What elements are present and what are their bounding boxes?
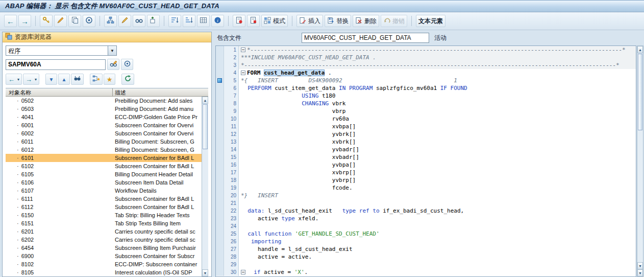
object-description-cell[interactable]: Billing Document Header Detail — [113, 170, 208, 178]
fold-collapse-icon[interactable] — [241, 48, 245, 52]
favorites-tree-button[interactable] — [90, 74, 103, 85]
table-row[interactable]: ·6101Subscreen Container for BAdI L — [6, 154, 208, 162]
object-description-cell[interactable]: Subscreen Billing Item Purchasir — [113, 244, 208, 252]
code-text[interactable]: active = active. — [239, 253, 636, 261]
code-text[interactable]: yvbrp[] — [239, 176, 636, 184]
forward-button[interactable]: → — [18, 15, 31, 27]
code-line[interactable]: 12 yvbrk[] — [216, 130, 636, 138]
code-line[interactable]: 14 yvbadr[] — [216, 146, 636, 153]
display-source-button[interactable] — [133, 15, 145, 27]
code-line[interactable]: 27 handle = l_sd_cust_head_exit — [216, 245, 636, 253]
code-text[interactable]: yvbpa[] — [239, 161, 636, 169]
code-line[interactable]: 15 xvbadr[] — [216, 153, 636, 161]
code-text[interactable]: active type xfeld. — [239, 215, 636, 222]
scroll-down-button[interactable]: ▼ — [45, 74, 57, 85]
object-list-scrollbar[interactable]: ▲ ▼ — [202, 97, 208, 276]
scroll-up-arrow-icon[interactable]: ▲ — [637, 46, 643, 53]
table-row[interactable]: ·6011Billing Document: Subscreen, G — [6, 137, 208, 146]
table-row[interactable]: ·6150Tab Strip: Billing Header Texts — [6, 211, 208, 219]
activate-button[interactable] — [83, 15, 95, 27]
object-name-cell[interactable]: ·6002 — [6, 129, 113, 137]
scroll-down-arrow-icon[interactable]: ▼ — [637, 269, 643, 276]
undo-button[interactable]: 撤销 — [381, 15, 407, 27]
object-name-cell[interactable]: ·6112 — [6, 203, 113, 211]
scroll-up-button[interactable]: ▲ — [58, 74, 70, 85]
object-description-cell[interactable]: Tab Strip Texts Billing Item — [113, 219, 208, 227]
edit-source-button[interactable] — [118, 15, 131, 27]
include-name-field[interactable]: MV60AF0C_CUST_HEAD_GET_DATA — [302, 33, 429, 43]
object-description-cell[interactable]: Subscreen Container for BAdI L — [113, 195, 208, 203]
dropdown-arrow-icon[interactable]: ▼ — [108, 46, 116, 55]
fold-collapse-icon[interactable] — [241, 270, 245, 274]
object-description-cell[interactable]: Prebilling Document: Add manu — [113, 105, 208, 113]
object-name-cell[interactable]: ·6201 — [6, 227, 113, 236]
code-line[interactable]: 11 xvbpa[] — [216, 123, 636, 130]
code-line[interactable]: 8 CHANGING vbrk — [216, 100, 636, 107]
code-line[interactable]: 30 if active = 'X'. — [216, 268, 636, 276]
code-line[interactable]: 2***INCLUDE MV60AF0C_CUST_HEAD_GET_DATA … — [216, 54, 636, 61]
code-line[interactable]: 23 active type xfeld. — [216, 215, 636, 222]
code-editor[interactable]: 1*--------------------------------------… — [215, 45, 636, 277]
code-line[interactable]: 5*{ INSERT DS4K900092 1 — [216, 77, 636, 84]
object-description-cell[interactable]: Subscreen Container for Subscr — [113, 252, 208, 260]
table-row[interactable]: ·6107Workflow Details — [6, 187, 208, 195]
table-row[interactable]: ·0503Prebilling Document: Add manu — [6, 105, 208, 113]
code-line[interactable]: 9 vbrp — [216, 107, 636, 115]
scrollbar-thumb[interactable] — [203, 104, 208, 149]
code-line[interactable]: 19 fcode. — [216, 184, 636, 192]
object-description-cell[interactable]: Subscreen Container for BAdI L — [113, 154, 208, 162]
object-name-cell[interactable]: ·6900 — [6, 252, 113, 260]
editor-scrollbar[interactable]: ▲ ▼ ▼ — [637, 45, 643, 277]
object-name-cell[interactable]: ·8102 — [6, 260, 113, 268]
code-line[interactable]: 18 yvbrp[] — [216, 176, 636, 184]
object-description-cell[interactable]: Subscreen Container for BAdI L — [113, 203, 208, 211]
table-view-button[interactable] — [197, 15, 210, 27]
code-line[interactable]: 28 active = active. — [216, 253, 636, 261]
code-line[interactable]: 24 — [216, 222, 636, 230]
code-text[interactable]: vbrp — [239, 107, 636, 115]
where-used-button[interactable] — [147, 15, 160, 27]
information-button[interactable]: i — [211, 15, 224, 27]
table-row[interactable]: ·6202Carries country specific detail sc — [6, 236, 208, 244]
object-name-cell[interactable]: ·0502 — [6, 97, 113, 105]
code-line[interactable]: 26 importing — [216, 238, 636, 245]
text-elements-button[interactable]: 文本元素 — [416, 15, 445, 27]
object-name-cell[interactable]: ·0503 — [6, 105, 113, 113]
object-name-cell[interactable]: ·6150 — [6, 211, 113, 219]
code-text[interactable]: fcode. — [239, 184, 636, 192]
object-name-cell[interactable]: ·6111 — [6, 195, 113, 203]
table-row[interactable]: ·6454Subscreen Billing Item Purchasir — [6, 244, 208, 252]
code-text[interactable]: *} INSERT — [239, 192, 636, 199]
code-text[interactable]: *---------------------------------------… — [239, 46, 636, 54]
table-row[interactable]: ·6111Subscreen Container for BAdI L — [6, 195, 208, 203]
object-name-cell[interactable]: ·6101 — [6, 154, 113, 162]
back-button[interactable]: ← — [4, 15, 17, 27]
fold-collapse-icon[interactable] — [241, 71, 245, 75]
table-row[interactable]: ·6106Subscreen Item Data Detail — [6, 178, 208, 187]
column-header-object-name[interactable]: 对象名称 — [6, 88, 113, 96]
table-row[interactable]: ·6112Subscreen Container for BAdI L — [6, 203, 208, 211]
find-button[interactable] — [71, 74, 84, 85]
object-description-cell[interactable]: Carries country specific detail sc — [113, 236, 208, 244]
table-row[interactable]: ·6900Subscreen Container for Subscr — [6, 252, 208, 260]
object-list-button[interactable] — [104, 15, 117, 27]
column-header-description[interactable]: 描述 — [113, 88, 208, 96]
code-line[interactable]: 7 USING t180 — [216, 92, 636, 100]
table-row[interactable]: ·4041ECC-DIMP:Golden Gate Price Pr — [6, 113, 208, 121]
code-text[interactable]: USING t180 — [239, 92, 636, 100]
refresh-button[interactable] — [121, 74, 134, 85]
object-description-cell[interactable]: Carries country specific detail sc — [113, 227, 208, 236]
object-name-cell[interactable]: ·4041 — [6, 113, 113, 121]
code-text[interactable]: if active = 'X'. — [239, 268, 636, 276]
code-line[interactable]: 25 call function 'GET_HANDLE_SD_CUST_HEA… — [216, 230, 636, 238]
object-description-cell[interactable]: ECC-DIMP: Subscreen container — [113, 260, 208, 268]
scroll-up-arrow-icon[interactable]: ▲ — [202, 97, 208, 104]
object-description-cell[interactable]: ECC-DIMP:Golden Gate Price Pr — [113, 113, 208, 121]
code-text[interactable]: *{ INSERT DS4K900092 1 — [239, 77, 636, 84]
other-object-small-button[interactable] — [121, 59, 133, 70]
program-name-input[interactable] — [6, 59, 106, 70]
object-name-cell[interactable]: ·6151 — [6, 219, 113, 227]
code-text[interactable]: yvbadr[] — [239, 146, 636, 153]
code-line[interactable]: 6 PERFORM cust_item_get_data IN PROGRAM … — [216, 84, 636, 92]
code-text[interactable]: PERFORM cust_item_get_data IN PROGRAM sa… — [239, 84, 636, 92]
